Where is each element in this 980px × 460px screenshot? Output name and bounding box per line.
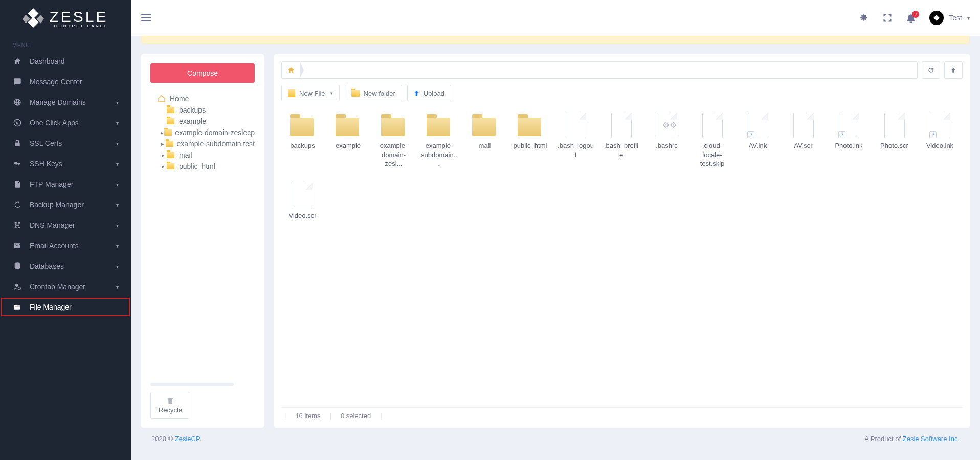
file-label: example-subdomain.... — [421, 141, 458, 168]
file-item[interactable]: backups — [283, 113, 322, 168]
file-label: Video.scr — [289, 211, 317, 221]
file-item[interactable]: example-subdomain.... — [420, 113, 458, 168]
expand-icon[interactable]: ▸ — [160, 141, 166, 147]
document-icon — [12, 180, 23, 188]
footer-year: 2020 © — [151, 435, 175, 443]
expand-icon[interactable]: ▸ — [160, 129, 164, 136]
notification-badge: ? — [912, 11, 919, 18]
folder-icon — [167, 163, 176, 169]
chevron-down-icon: ▾ — [116, 243, 119, 249]
file-label: .bashrc — [656, 141, 678, 150]
breadcrumb[interactable] — [281, 61, 918, 79]
chevron-down-icon: ▾ — [116, 100, 119, 105]
folder-icon — [472, 113, 498, 138]
file-item[interactable]: .bash_profile — [602, 113, 640, 168]
sidebar-item-label: One Click Apps — [30, 119, 116, 127]
user-menu[interactable]: Test ▾ — [929, 11, 970, 25]
file-item[interactable]: .cloud-locale-test.skip — [693, 113, 731, 168]
sidebar-item-manage-domains[interactable]: Manage Domains ▾ — [0, 92, 131, 113]
file-item[interactable]: Photo.scr — [875, 113, 914, 168]
sidebar-item-email-accounts[interactable]: Email Accounts ▾ — [0, 235, 131, 256]
file-item[interactable]: Video.scr — [283, 183, 322, 221]
history-icon — [12, 201, 23, 209]
trash-icon — [166, 397, 174, 405]
status-items: 16 items — [295, 412, 320, 420]
compose-button[interactable]: Compose — [150, 63, 255, 83]
sidebar-item-message-center[interactable]: Message Center — [0, 72, 131, 92]
up-button[interactable] — [944, 61, 963, 79]
folder-icon — [351, 90, 360, 97]
file-icon: ↗ — [927, 113, 953, 138]
svg-marker-12 — [933, 15, 940, 21]
sidebar-item-ftp-manager[interactable]: FTP Manager ▾ — [0, 174, 131, 194]
chat-icon — [12, 78, 23, 86]
file-item[interactable]: AV.scr — [784, 113, 822, 168]
file-label: .bash_profile — [603, 141, 640, 159]
file-item[interactable]: ↗Photo.lnk — [830, 113, 868, 168]
tree-node[interactable]: example — [150, 116, 255, 127]
tree-node[interactable]: ▸ mail — [150, 149, 255, 161]
expand-icon[interactable]: ▸ — [160, 152, 167, 159]
user-name-label: Test — [949, 14, 962, 22]
recycle-button[interactable]: Recycle — [150, 392, 190, 419]
tree-node-label: public_html — [179, 162, 215, 170]
wordpress-icon — [12, 119, 23, 127]
refresh-icon — [927, 67, 934, 74]
footer-brand-link[interactable]: ZesleCP — [175, 435, 199, 443]
file-label: Photo.scr — [880, 141, 908, 150]
sidebar-item-file-manager[interactable]: File Manager — [0, 297, 131, 317]
bell-icon[interactable]: ? — [906, 13, 916, 23]
chevron-down-icon: ▾ — [330, 91, 333, 96]
footer-company-link[interactable]: Zesle Software Inc. — [903, 435, 960, 443]
file-item[interactable]: example-domain-zesl... — [374, 113, 413, 168]
file-item[interactable]: ⚙⚙.bashrc — [648, 113, 686, 168]
upload-button[interactable]: ⬆ Upload — [407, 85, 451, 101]
expand-icon[interactable]: ▸ — [160, 163, 167, 170]
tree-node-home[interactable]: Home — [150, 93, 255, 104]
sidebar-item-label: DNS Manager — [30, 221, 116, 229]
file-item[interactable]: example — [329, 113, 367, 168]
lock-icon — [12, 139, 23, 147]
leaf-icon[interactable] — [859, 13, 869, 23]
avatar — [929, 11, 944, 25]
tree-node[interactable]: ▸ example-domain-zeslecp — [150, 127, 255, 138]
tree-node[interactable]: ▸ example-subdomain.test — [150, 138, 255, 149]
home-icon — [12, 57, 23, 65]
sidebar-item-label: Message Center — [30, 78, 119, 86]
sidebar-item-dns-manager[interactable]: DNS Manager ▾ — [0, 215, 131, 235]
breadcrumb-home[interactable] — [282, 62, 300, 78]
fullscreen-icon[interactable] — [882, 13, 893, 23]
file-item[interactable]: .bash_logout — [556, 113, 595, 168]
folder-icon — [166, 141, 173, 147]
sidebar-item-databases[interactable]: Databases ▾ — [0, 256, 131, 276]
file-item[interactable]: mail — [465, 113, 504, 168]
folder-icon — [167, 152, 176, 158]
sidebar-item-backup-manager[interactable]: Backup Manager ▾ — [0, 194, 131, 215]
file-label: mail — [479, 141, 491, 150]
sidebar-item-label: Databases — [30, 262, 116, 270]
tree-node-label: mail — [179, 151, 192, 159]
sidebar-item-crontab-manager[interactable]: Crontab Manager ▾ — [0, 276, 131, 297]
file-item[interactable]: public_html — [511, 113, 549, 168]
sidebar-item-label: Crontab Manager — [30, 282, 116, 291]
file-item[interactable]: ↗Video.lnk — [921, 113, 959, 168]
files-panel: New File ▾ New folder ⬆ Upload backupsex… — [274, 54, 970, 428]
new-file-button[interactable]: New File ▾ — [281, 85, 340, 101]
new-folder-button[interactable]: New folder — [345, 85, 402, 101]
svg-rect-5 — [15, 222, 17, 224]
file-label: Photo.lnk — [835, 141, 862, 150]
sidebar-item-ssl-certs[interactable]: SSL Certs ▾ — [0, 133, 131, 154]
alert-banner — [141, 36, 970, 44]
files-grid: backupsexampleexample-domain-zesl...exam… — [281, 108, 963, 403]
tree-node[interactable]: ▸ public_html — [150, 161, 255, 172]
sidebar-item-ssh-keys[interactable]: SSH Keys ▾ — [0, 154, 131, 174]
tree-node[interactable]: backups — [150, 104, 255, 116]
file-item[interactable]: ↗AV.lnk — [739, 113, 777, 168]
sidebar-item-one-click-apps[interactable]: One Click Apps ▾ — [0, 113, 131, 133]
menu-toggle-button[interactable] — [141, 12, 151, 24]
menu-heading: MENU — [0, 36, 131, 51]
sidebar-item-dashboard[interactable]: Dashboard — [0, 51, 131, 72]
refresh-button[interactable] — [922, 61, 940, 79]
sidebar-item-label: File Manager — [30, 303, 119, 311]
brand-logo[interactable]: ZESLE CONTROL PANEL — [0, 0, 131, 36]
